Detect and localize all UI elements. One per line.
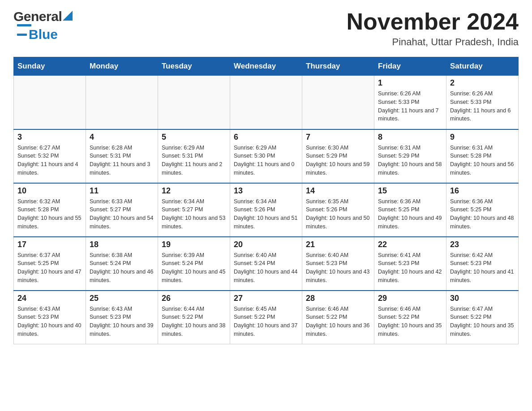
logo-triangle-icon [63, 11, 73, 21]
calendar-day-cell: 12Sunrise: 6:34 AM Sunset: 5:27 PM Dayli… [158, 183, 230, 237]
day-number: 22 [378, 240, 442, 249]
calendar-day-cell: 15Sunrise: 6:36 AM Sunset: 5:25 PM Dayli… [374, 183, 446, 237]
calendar-day-cell: 2Sunrise: 6:26 AM Sunset: 5:33 PM Daylig… [446, 76, 519, 129]
day-number: 15 [378, 186, 442, 196]
day-number: 6 [234, 133, 298, 142]
calendar-day-cell: 14Sunrise: 6:35 AM Sunset: 5:26 PM Dayli… [302, 183, 374, 237]
day-number: 24 [17, 294, 82, 303]
day-info: Sunrise: 6:33 AM Sunset: 5:27 PM Dayligh… [90, 197, 154, 231]
title-area: November 2024 Pinahat, Uttar Pradesh, In… [347, 9, 519, 48]
col-header-tuesday: Tuesday [158, 57, 230, 76]
day-number: 14 [306, 186, 370, 196]
calendar-week-row: 3Sunrise: 6:27 AM Sunset: 5:32 PM Daylig… [14, 129, 519, 183]
day-number: 21 [306, 240, 370, 249]
day-number: 18 [90, 240, 154, 249]
calendar-day-cell: 8Sunrise: 6:31 AM Sunset: 5:29 PM Daylig… [374, 129, 446, 183]
month-title: November 2024 [347, 9, 519, 34]
calendar-day-cell: 25Sunrise: 6:43 AM Sunset: 5:23 PM Dayli… [86, 291, 158, 344]
page-header: General Blue November 2024 Pinahat, Utta… [13, 9, 519, 48]
day-number: 4 [90, 133, 154, 142]
day-info: Sunrise: 6:31 AM Sunset: 5:29 PM Dayligh… [378, 144, 442, 177]
day-number: 2 [450, 78, 515, 88]
calendar-day-cell: 19Sunrise: 6:39 AM Sunset: 5:24 PM Dayli… [158, 237, 230, 291]
logo-general-text: General [13, 9, 62, 24]
calendar-day-cell: 21Sunrise: 6:40 AM Sunset: 5:23 PM Dayli… [302, 237, 374, 291]
day-info: Sunrise: 6:43 AM Sunset: 5:23 PM Dayligh… [17, 305, 82, 338]
day-number: 12 [162, 186, 226, 196]
calendar-day-cell: 22Sunrise: 6:41 AM Sunset: 5:23 PM Dayli… [374, 237, 446, 291]
calendar-day-cell: 11Sunrise: 6:33 AM Sunset: 5:27 PM Dayli… [86, 183, 158, 237]
calendar-day-cell: 10Sunrise: 6:32 AM Sunset: 5:28 PM Dayli… [14, 183, 86, 237]
day-info: Sunrise: 6:26 AM Sunset: 5:33 PM Dayligh… [378, 90, 442, 123]
day-info: Sunrise: 6:43 AM Sunset: 5:23 PM Dayligh… [90, 305, 154, 338]
day-info: Sunrise: 6:32 AM Sunset: 5:28 PM Dayligh… [17, 197, 82, 231]
day-number: 8 [378, 133, 442, 142]
calendar-day-cell: 7Sunrise: 6:30 AM Sunset: 5:29 PM Daylig… [302, 129, 374, 183]
day-info: Sunrise: 6:40 AM Sunset: 5:24 PM Dayligh… [234, 251, 298, 285]
calendar-week-row: 17Sunrise: 6:37 AM Sunset: 5:25 PM Dayli… [14, 237, 519, 291]
day-info: Sunrise: 6:30 AM Sunset: 5:29 PM Dayligh… [306, 144, 370, 177]
calendar-day-cell: 1Sunrise: 6:26 AM Sunset: 5:33 PM Daylig… [374, 76, 446, 129]
day-info: Sunrise: 6:35 AM Sunset: 5:26 PM Dayligh… [306, 197, 370, 231]
day-number: 5 [162, 133, 226, 142]
calendar-week-row: 10Sunrise: 6:32 AM Sunset: 5:28 PM Dayli… [14, 183, 519, 237]
day-info: Sunrise: 6:34 AM Sunset: 5:26 PM Dayligh… [234, 197, 298, 231]
day-info: Sunrise: 6:40 AM Sunset: 5:23 PM Dayligh… [306, 251, 370, 285]
calendar-day-cell [230, 76, 302, 129]
day-number: 3 [17, 133, 82, 142]
col-header-thursday: Thursday [302, 57, 374, 76]
calendar-day-cell: 28Sunrise: 6:46 AM Sunset: 5:22 PM Dayli… [302, 291, 374, 344]
calendar-day-cell: 13Sunrise: 6:34 AM Sunset: 5:26 PM Dayli… [230, 183, 302, 237]
calendar-day-cell: 20Sunrise: 6:40 AM Sunset: 5:24 PM Dayli… [230, 237, 302, 291]
day-number: 13 [234, 186, 298, 196]
calendar-day-cell: 24Sunrise: 6:43 AM Sunset: 5:23 PM Dayli… [14, 291, 86, 344]
day-number: 10 [17, 186, 82, 196]
day-number: 11 [90, 186, 154, 196]
day-info: Sunrise: 6:27 AM Sunset: 5:32 PM Dayligh… [17, 144, 82, 177]
logo: General Blue [13, 9, 73, 41]
calendar-day-cell [86, 76, 158, 129]
day-number: 26 [162, 294, 226, 303]
day-number: 20 [234, 240, 298, 249]
day-number: 30 [450, 294, 515, 303]
day-number: 1 [378, 78, 442, 88]
day-number: 7 [306, 133, 370, 142]
day-info: Sunrise: 6:34 AM Sunset: 5:27 PM Dayligh… [162, 197, 226, 231]
calendar-day-cell: 4Sunrise: 6:28 AM Sunset: 5:31 PM Daylig… [86, 129, 158, 183]
calendar-week-row: 1Sunrise: 6:26 AM Sunset: 5:33 PM Daylig… [14, 76, 519, 129]
calendar-day-cell: 18Sunrise: 6:38 AM Sunset: 5:24 PM Dayli… [86, 237, 158, 291]
calendar-day-cell: 17Sunrise: 6:37 AM Sunset: 5:25 PM Dayli… [14, 237, 86, 291]
calendar-day-cell [302, 76, 374, 129]
day-info: Sunrise: 6:36 AM Sunset: 5:25 PM Dayligh… [378, 197, 442, 231]
calendar-day-cell: 3Sunrise: 6:27 AM Sunset: 5:32 PM Daylig… [14, 129, 86, 183]
day-info: Sunrise: 6:47 AM Sunset: 5:22 PM Dayligh… [450, 305, 515, 338]
day-info: Sunrise: 6:37 AM Sunset: 5:25 PM Dayligh… [17, 251, 82, 285]
calendar-day-cell: 26Sunrise: 6:44 AM Sunset: 5:22 PM Dayli… [158, 291, 230, 344]
day-info: Sunrise: 6:26 AM Sunset: 5:33 PM Dayligh… [450, 90, 515, 123]
calendar-day-cell [14, 76, 86, 129]
day-info: Sunrise: 6:31 AM Sunset: 5:28 PM Dayligh… [450, 144, 515, 177]
calendar-header-row: SundayMondayTuesdayWednesdayThursdayFrid… [14, 57, 519, 76]
day-info: Sunrise: 6:46 AM Sunset: 5:22 PM Dayligh… [378, 305, 442, 338]
calendar-week-row: 24Sunrise: 6:43 AM Sunset: 5:23 PM Dayli… [14, 291, 519, 344]
day-info: Sunrise: 6:38 AM Sunset: 5:24 PM Dayligh… [90, 251, 154, 285]
col-header-saturday: Saturday [446, 57, 519, 76]
day-number: 17 [17, 240, 82, 249]
day-number: 9 [450, 133, 515, 142]
day-number: 27 [234, 294, 298, 303]
col-header-wednesday: Wednesday [230, 57, 302, 76]
day-info: Sunrise: 6:42 AM Sunset: 5:23 PM Dayligh… [450, 251, 515, 285]
calendar-day-cell: 29Sunrise: 6:46 AM Sunset: 5:22 PM Dayli… [374, 291, 446, 344]
col-header-friday: Friday [374, 57, 446, 76]
calendar-day-cell: 16Sunrise: 6:36 AM Sunset: 5:25 PM Dayli… [446, 183, 519, 237]
day-number: 19 [162, 240, 226, 249]
day-info: Sunrise: 6:29 AM Sunset: 5:30 PM Dayligh… [234, 144, 298, 177]
day-info: Sunrise: 6:29 AM Sunset: 5:31 PM Dayligh… [162, 144, 226, 177]
day-number: 29 [378, 294, 442, 303]
calendar-table: SundayMondayTuesdayWednesdayThursdayFrid… [13, 57, 519, 344]
day-number: 25 [90, 294, 154, 303]
logo-blue-text: Blue [29, 28, 58, 41]
calendar-day-cell [158, 76, 230, 129]
day-number: 16 [450, 186, 515, 196]
calendar-day-cell: 23Sunrise: 6:42 AM Sunset: 5:23 PM Dayli… [446, 237, 519, 291]
